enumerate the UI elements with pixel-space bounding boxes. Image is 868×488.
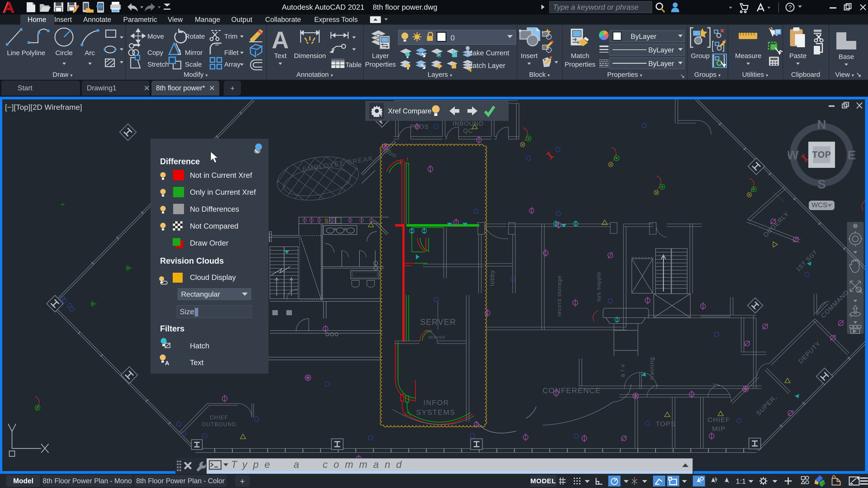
svg-text:training: training bbox=[648, 357, 655, 380]
svg-text:Group: Group bbox=[691, 52, 710, 59]
svg-text:Copy: Copy bbox=[147, 49, 163, 56]
svg-text:Scale: Scale bbox=[185, 61, 202, 68]
svg-text:Match Layer: Match Layer bbox=[467, 62, 505, 70]
svg-text:Arc: Arc bbox=[85, 49, 95, 57]
svg-text:INBOUND: INBOUND bbox=[453, 120, 484, 127]
svg-text:Array: Array bbox=[224, 61, 241, 68]
svg-text:Move: Move bbox=[147, 33, 164, 40]
svg-text:record storage: record storage bbox=[556, 275, 562, 317]
svg-text:a / v: a / v bbox=[619, 364, 626, 377]
svg-text:0: 0 bbox=[451, 33, 455, 42]
svg-text:MIP: MIP bbox=[712, 425, 725, 432]
svg-text:A: A bbox=[165, 360, 169, 366]
svg-text:CHIEF: CHIEF bbox=[708, 416, 730, 423]
svg-text:Match: Match bbox=[571, 52, 589, 59]
svg-text:Polyline: Polyline bbox=[22, 49, 45, 57]
svg-text:E: E bbox=[847, 148, 856, 162]
svg-text:Properties: Properties bbox=[565, 61, 596, 68]
svg-text:ByLayer: ByLayer bbox=[648, 46, 674, 54]
svg-text:S: S bbox=[817, 177, 826, 191]
svg-text:sys supply: sys supply bbox=[595, 271, 601, 301]
svg-text:?: ? bbox=[788, 4, 792, 11]
svg-text:W: W bbox=[788, 148, 799, 162]
svg-text:SERVER: SERVER bbox=[420, 318, 456, 327]
svg-text:Insert: Insert bbox=[521, 52, 538, 59]
svg-text:Dimension: Dimension bbox=[294, 52, 326, 59]
svg-text:Text: Text bbox=[274, 52, 287, 59]
svg-text:A: A bbox=[272, 27, 289, 53]
svg-text:CHIEF: CHIEF bbox=[210, 414, 228, 420]
svg-text:DEPUTY: DEPUTY bbox=[797, 340, 822, 365]
svg-text:Measure: Measure bbox=[735, 52, 762, 59]
svg-text:Mirror: Mirror bbox=[185, 49, 203, 56]
svg-text:Circle: Circle bbox=[55, 49, 73, 57]
svg-text:S: S bbox=[324, 217, 328, 224]
svg-text:Paste: Paste bbox=[789, 52, 807, 59]
svg-text:1ST SGT: 1ST SGT bbox=[795, 249, 819, 273]
svg-text:ByLayer: ByLayer bbox=[648, 60, 674, 68]
svg-text:SERVER: SERVER bbox=[428, 335, 445, 339]
svg-text:N: N bbox=[817, 118, 826, 131]
svg-text:ByLayer: ByLayer bbox=[631, 33, 656, 40]
svg-text:SUPER,: SUPER, bbox=[755, 393, 778, 417]
svg-text:Rotate: Rotate bbox=[185, 33, 205, 40]
svg-text:Line: Line bbox=[7, 49, 20, 57]
svg-text:Table: Table bbox=[345, 61, 362, 68]
svg-text:Trim: Trim bbox=[224, 33, 238, 40]
svg-text:lobby: lobby bbox=[489, 270, 495, 286]
svg-text:CONFERENCE: CONFERENCE bbox=[542, 386, 601, 395]
svg-text:Layer: Layer bbox=[372, 52, 389, 59]
svg-text:Properties: Properties bbox=[365, 61, 396, 68]
svg-text:SYSTEMS: SYSTEMS bbox=[416, 408, 456, 416]
svg-text:INFOR: INFOR bbox=[423, 398, 450, 407]
svg-text:TOPS: TOPS bbox=[655, 420, 676, 427]
svg-text:Base: Base bbox=[839, 53, 854, 60]
svg-text:EMPLOYEE BREAK: EMPLOYEE BREAK bbox=[302, 155, 374, 173]
svg-text:Make Current: Make Current bbox=[467, 49, 509, 57]
svg-text:QC: QC bbox=[463, 127, 473, 134]
svg-text:OUTBOUND: OUTBOUND bbox=[202, 421, 236, 427]
svg-text:Stretch: Stretch bbox=[147, 61, 169, 68]
svg-text:1:1: 1:1 bbox=[736, 477, 746, 485]
svg-text:Fillet: Fillet bbox=[224, 49, 239, 56]
svg-text:TOP: TOP bbox=[812, 150, 831, 160]
